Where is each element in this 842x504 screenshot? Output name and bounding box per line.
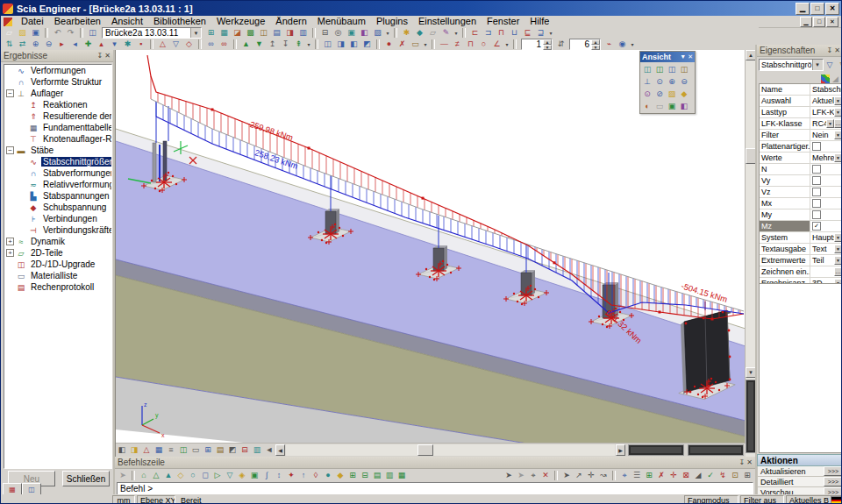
pin-icon[interactable]: ↧ (827, 46, 833, 54)
section-icon[interactable]: ⊐ (482, 28, 495, 39)
ellipsis-button[interactable]: … (834, 119, 842, 128)
light-icon[interactable]: ◆ (678, 88, 690, 100)
vp-icon[interactable]: ≡ (165, 444, 177, 456)
close-icon[interactable]: ✕ (834, 46, 840, 54)
axis-view-icon[interactable]: ⊥ (641, 75, 653, 88)
grid-icon[interactable]: ⊞ (643, 470, 655, 481)
cmd-icon[interactable]: ◆ (334, 470, 346, 481)
cmd-icon[interactable]: ◊ (310, 470, 322, 481)
checkbox[interactable] (812, 188, 821, 196)
toolbar-icon[interactable]: ● (382, 39, 396, 50)
undo-icon[interactable]: ↶ (51, 28, 64, 39)
hscroll-thumb[interactable] (417, 444, 433, 456)
toolbar-icon[interactable]: ◉ (616, 39, 629, 50)
spinner-arrows[interactable]: ▲▼ (591, 39, 600, 49)
scale-spinner-2[interactable]: 6 ▲▼ (569, 39, 601, 50)
minimize-button[interactable]: ▁ (796, 3, 810, 15)
viewport-3d[interactable]: -259.98 kNm258.23 kNm-504.15 kNm631.32 k… (115, 50, 756, 457)
property-row[interactable]: My (760, 209, 842, 221)
chevron-down-icon[interactable]: ▼ (834, 108, 842, 117)
view-icon[interactable]: ◫ (666, 63, 678, 75)
statusbar-filter[interactable]: Filter aus (740, 495, 784, 504)
toolbar-icon[interactable]: ▤ (270, 28, 283, 39)
toolbar-icon[interactable]: ◂ (68, 39, 82, 50)
child-close-button[interactable]: ✕ (826, 17, 838, 27)
cmd-icon[interactable]: ➤ (117, 470, 129, 481)
toolbar-icon[interactable]: ◫ (321, 39, 334, 50)
close-button[interactable]: ✕ (825, 3, 839, 15)
cmd-icon[interactable]: ▽ (224, 470, 236, 481)
tree-item[interactable]: ∿Verformungen (4, 65, 111, 76)
property-row[interactable]: Vy (760, 175, 842, 187)
window-icon[interactable]: ▣ (666, 100, 678, 112)
tree-item[interactable]: ◫2D-/1D-Upgrade (4, 259, 111, 270)
cross-icon[interactable]: ✛ (585, 470, 597, 481)
statusbar-units[interactable]: mm (112, 495, 135, 504)
vp-icon[interactable]: ▦ (153, 444, 165, 456)
box-icon[interactable]: ⊡ (729, 470, 741, 481)
toolbar-icon[interactable]: ∞ (204, 39, 218, 50)
cmd-icon[interactable]: ◈ (236, 470, 248, 481)
property-row[interactable]: WerteMehrere Ko▼ (760, 153, 842, 164)
vp-icon[interactable]: ◄ (263, 444, 275, 456)
open-icon[interactable]: ▨ (16, 28, 29, 39)
action-more-button[interactable]: >>> (824, 477, 842, 486)
tree-item[interactable]: ∿Stabschnittgrößen (4, 156, 111, 167)
cmd-icon[interactable]: ▣ (248, 470, 260, 481)
tree-item[interactable]: ⊤Knotenauflager-Resultierende (4, 133, 111, 145)
menu-item-menübaum[interactable]: Menübaum (312, 16, 371, 27)
no-grid-icon[interactable]: ⊠ (680, 470, 692, 481)
property-value[interactable] (810, 175, 842, 186)
chevron-down-icon[interactable]: ▼ (834, 256, 842, 265)
toolbar-icon[interactable]: ✗ (396, 39, 409, 50)
cmd-icon[interactable]: ⌂ (138, 470, 150, 481)
view-icon[interactable]: ◫ (653, 63, 666, 75)
snap-icon[interactable]: ⌖ (527, 470, 539, 481)
print-preview-icon[interactable]: ◎ (332, 28, 345, 39)
toolbar-icon[interactable]: ▪ (134, 39, 147, 50)
property-value[interactable] (810, 141, 842, 152)
colors-icon[interactable]: ◧ (678, 100, 690, 112)
close-icon[interactable]: ✕ (688, 53, 693, 60)
property-value[interactable] (810, 187, 842, 197)
property-selector-combobox[interactable]: Stabschnittgrö ▼ (759, 59, 824, 71)
toolbar-icon[interactable]: ▾ (108, 39, 121, 50)
property-value[interactable]: Mehrere Ko▼ (810, 153, 842, 163)
ellipsis-button[interactable]: … (834, 267, 842, 276)
zoom-window-icon[interactable]: ⊙ (641, 88, 653, 100)
toolbar-icon[interactable]: ↧ (279, 39, 292, 50)
cancel-icon[interactable]: ✕ (539, 470, 552, 481)
property-value[interactable]: RC4 NL▼… (810, 118, 842, 129)
vp-icon[interactable]: △ (140, 444, 153, 456)
tree-item[interactable]: ⊣Verbindungskräfte (4, 224, 111, 236)
viewport-hscrollbar[interactable] (286, 444, 615, 456)
toolbar-icon[interactable]: ▭ (409, 39, 422, 50)
grid-icon[interactable]: ⊞ (741, 470, 753, 481)
property-row[interactable]: AuswahlAktuell▼ (760, 96, 842, 107)
statusbar-snapmode[interactable]: Fangmodus (684, 495, 739, 504)
tree-item[interactable]: ⊦Verbindungen (4, 213, 111, 224)
checkbox[interactable] (812, 165, 821, 174)
toolbar-icon[interactable]: ▦ (218, 28, 231, 39)
checkbox[interactable] (812, 142, 821, 151)
view-icon[interactable]: ◫ (678, 63, 690, 75)
toolbar-icon[interactable]: ⇞ (292, 39, 305, 50)
vp-icon[interactable]: ◩ (226, 444, 239, 456)
menu-item-fenster[interactable]: Fenster (482, 16, 524, 27)
new-icon[interactable]: ▱ (3, 28, 16, 39)
property-value[interactable]: Hauptsyste▼ (810, 232, 842, 243)
select-icon[interactable]: ➤ (503, 470, 515, 481)
property-value[interactable]: Text▼ (810, 244, 842, 254)
cmd-icon[interactable]: ∫ (260, 470, 273, 481)
toolbar-icon[interactable]: ▼ (253, 39, 266, 50)
toolbar-overflow-icon[interactable]: ▾ (629, 41, 636, 47)
chevron-down-icon[interactable]: ▼ (834, 96, 842, 105)
toolbar-icon[interactable]: ▭ (653, 100, 666, 112)
chevron-down-icon[interactable]: ▼ (812, 60, 823, 70)
statusbar-current-layer[interactable]: Aktuelles B (786, 495, 842, 504)
section-icon[interactable]: ⊔ (508, 28, 521, 39)
tree-item[interactable]: ≂Relativverformung (4, 179, 111, 190)
toolbar-overflow-icon[interactable]: ▾ (547, 30, 554, 36)
tree-item[interactable]: ▭Materialliste (4, 270, 111, 281)
toolbar-icon[interactable]: ▴ (95, 39, 108, 50)
